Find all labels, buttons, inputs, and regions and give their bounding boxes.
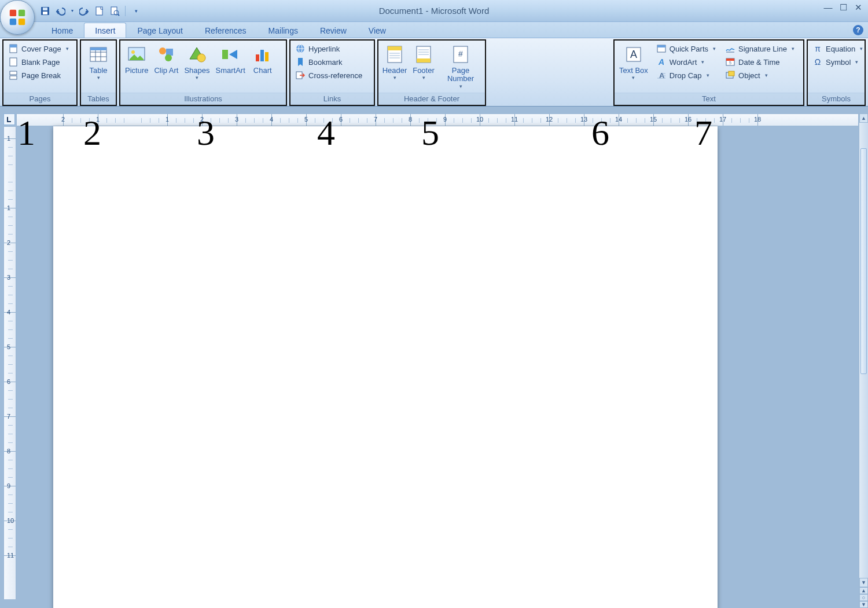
drop-cap-icon: A <box>656 70 667 80</box>
close-button[interactable]: ✕ <box>852 2 865 13</box>
smartart-button[interactable]: SmartArt <box>213 42 247 76</box>
cross-reference-icon <box>295 70 306 80</box>
tab-mailings[interactable]: Mailings <box>258 23 309 38</box>
object-label: Object <box>738 71 760 80</box>
chart-button[interactable]: Chart <box>249 42 277 76</box>
browse-object-button[interactable]: ○ <box>859 594 868 601</box>
bookmark-label: Bookmark <box>308 58 343 67</box>
wordart-button[interactable]: A WordArt <box>654 56 718 68</box>
chart-icon <box>252 44 273 65</box>
tab-page-layout[interactable]: Page Layout <box>126 23 194 38</box>
symbol-button[interactable]: Ω Symbol <box>810 56 865 68</box>
drop-cap-button[interactable]: A Drop Cap <box>654 69 718 82</box>
svg-rect-7 <box>96 7 102 15</box>
page-number-label: Page Number <box>441 67 480 83</box>
blank-page-icon <box>8 57 19 67</box>
overlay-3: 3 <box>197 112 215 153</box>
group-pages-label: Pages <box>3 93 76 105</box>
window-title: Document1 - Microsoft Word <box>379 6 490 16</box>
group-text-label: Text <box>615 93 803 105</box>
svg-rect-25 <box>166 49 173 56</box>
blank-page-button[interactable]: Blank Page <box>6 56 71 68</box>
svg-text:5: 5 <box>729 61 731 65</box>
chart-label: Chart <box>253 67 272 75</box>
table-icon <box>88 44 109 65</box>
blank-page-label: Blank Page <box>21 58 60 67</box>
svg-rect-29 <box>256 54 259 61</box>
window-controls: — ☐ ✕ <box>822 2 865 13</box>
signature-line-button[interactable]: Signature Line <box>723 42 797 55</box>
text-box-button[interactable]: A Text Box ▾ <box>617 42 650 82</box>
print-preview-button[interactable] <box>109 5 120 17</box>
scroll-up-button[interactable]: ▲ <box>859 113 868 123</box>
table-button[interactable]: Table ▾ <box>84 42 112 82</box>
svg-rect-14 <box>10 71 17 75</box>
cover-page-button[interactable]: Cover Page <box>6 42 71 55</box>
footer-icon <box>413 44 434 65</box>
undo-dropdown[interactable]: ▾ <box>69 5 75 17</box>
object-button[interactable]: Object <box>723 69 797 82</box>
cross-reference-button[interactable]: Cross-reference <box>293 69 365 82</box>
svg-point-27 <box>197 54 205 62</box>
clipart-button[interactable]: Clip Art <box>152 42 181 76</box>
minimize-button[interactable]: — <box>822 2 834 13</box>
svg-rect-6 <box>43 12 47 14</box>
prev-page-button[interactable]: ▲ <box>859 587 868 594</box>
page-number-icon: # <box>450 44 471 65</box>
clipart-icon <box>156 44 176 65</box>
svg-rect-62 <box>729 71 734 76</box>
bookmark-button[interactable]: Bookmark <box>293 56 365 68</box>
tab-insert[interactable]: Insert <box>84 23 126 38</box>
redo-button[interactable] <box>79 5 90 17</box>
help-button[interactable]: ? <box>853 25 863 35</box>
svg-rect-21 <box>90 47 106 50</box>
hyperlink-icon <box>295 43 306 54</box>
drop-cap-label: Drop Cap <box>670 71 702 80</box>
svg-rect-12 <box>10 45 17 47</box>
document-page[interactable] <box>53 126 718 608</box>
group-illustrations: Picture Clip Art Shapes ▾ SmartArt Chart… <box>119 39 287 106</box>
tab-selector[interactable] <box>3 113 15 125</box>
header-button[interactable]: Header ▾ <box>381 42 409 82</box>
signature-line-label: Signature Line <box>738 45 787 53</box>
undo-button[interactable] <box>54 5 66 17</box>
tab-references[interactable]: References <box>194 23 258 38</box>
maximize-button[interactable]: ☐ <box>837 2 849 13</box>
overlay-2: 2 <box>83 112 101 153</box>
quick-parts-label: Quick Parts <box>670 45 708 53</box>
page-number-button[interactable]: # Page Number ▾ <box>439 42 483 90</box>
tab-view[interactable]: View <box>358 23 397 38</box>
new-doc-button[interactable] <box>94 5 105 17</box>
qat-separator <box>125 6 126 16</box>
qat-customize[interactable]: ▾ <box>130 5 142 17</box>
tab-home[interactable]: Home <box>41 23 84 38</box>
scroll-thumb[interactable] <box>860 148 867 374</box>
text-box-icon: A <box>623 44 644 65</box>
quick-parts-button[interactable]: Quick Parts <box>654 42 718 55</box>
header-dropdown-arrow: ▾ <box>393 75 396 80</box>
hyperlink-button[interactable]: Hyperlink <box>293 42 365 55</box>
vertical-scrollbar[interactable]: ▲ ▼ ▲ ○ ▼ <box>859 113 868 608</box>
next-page-button[interactable]: ▼ <box>859 601 868 608</box>
page-break-button[interactable]: Page Break <box>6 69 71 82</box>
svg-point-23 <box>131 50 135 54</box>
scroll-down-button[interactable]: ▼ <box>859 578 868 587</box>
shapes-dropdown-arrow: ▾ <box>196 75 198 80</box>
footer-button[interactable]: Footer ▾ <box>410 42 437 82</box>
page-break-icon <box>8 70 19 80</box>
cover-page-icon <box>8 43 19 54</box>
equation-button[interactable]: π Equation <box>810 42 865 55</box>
vertical-ruler[interactable]: 11234567891011 <box>3 126 16 600</box>
date-time-button[interactable]: 5 Date & Time <box>723 56 797 68</box>
save-button[interactable] <box>39 5 51 17</box>
ribbon-tabs: Home Insert Page Layout References Maili… <box>0 22 868 38</box>
svg-rect-3 <box>19 19 25 25</box>
shapes-button[interactable]: Shapes ▾ <box>182 42 212 82</box>
svg-text:#: # <box>458 49 463 58</box>
office-button[interactable] <box>0 0 35 35</box>
group-symbols-label: Symbols <box>808 93 865 105</box>
tab-review[interactable]: Review <box>309 23 358 38</box>
overlay-5: 5 <box>421 112 439 153</box>
picture-icon <box>126 44 147 65</box>
picture-button[interactable]: Picture <box>123 42 150 76</box>
